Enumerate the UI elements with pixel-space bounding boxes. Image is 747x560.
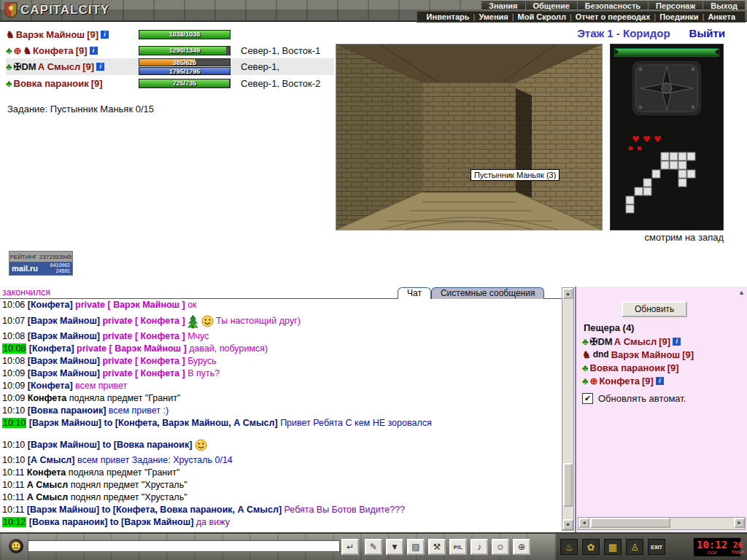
chat-message: 10:11 [Варэк Майнош] to [Конфета, Вовка … bbox=[2, 504, 560, 516]
stamp-icon[interactable]: ✎ bbox=[365, 539, 382, 555]
chat-message: 10:11 А Смысл поднял предмет "Хрусталь" bbox=[2, 479, 560, 491]
minimap-grid[interactable]: ♥♥♥ bbox=[613, 120, 721, 222]
chat-name[interactable]: [Конфета] bbox=[28, 381, 73, 391]
menu-item-5[interactable]: Поединки bbox=[656, 12, 702, 22]
chat-text: private [ Варэк Майнош ] bbox=[75, 300, 185, 310]
player-name[interactable]: Конфета bbox=[33, 45, 74, 56]
info-icon[interactable]: i bbox=[90, 47, 98, 55]
chat-name[interactable]: [Варэк Майнош] bbox=[28, 356, 100, 366]
info-icon[interactable]: i bbox=[656, 377, 664, 385]
menu-item-6[interactable]: Анкета bbox=[704, 12, 739, 22]
chat-name[interactable]: [Варэк Майнош] bbox=[28, 331, 100, 341]
rating-badge[interactable]: РЕЙТИНГ 2371553945 mail.ru 6410962 24591 bbox=[9, 251, 73, 276]
chat-name[interactable]: to [Конфета, Вовка параноик, А Смысл] bbox=[102, 505, 282, 515]
chat-name[interactable]: [А Смысл] bbox=[28, 455, 75, 465]
timestamp: 10:10 bbox=[2, 405, 25, 416]
smiley-icon bbox=[195, 440, 207, 450]
dm-icon: ✠DM bbox=[590, 336, 613, 347]
tab-system-messages[interactable]: Системные сообщения bbox=[431, 287, 545, 299]
player-name[interactable]: Варэк Майнош bbox=[16, 29, 85, 40]
chat-name[interactable]: [Варэк Майнош] bbox=[28, 368, 100, 378]
menu-item-1[interactable]: Знания bbox=[481, 0, 525, 10]
attack-icon[interactable]: ⚒ bbox=[428, 539, 446, 555]
refresh-button[interactable]: Обновить bbox=[622, 301, 687, 317]
dungeon-view-image[interactable] bbox=[336, 44, 602, 230]
chat-text: ок bbox=[187, 300, 196, 310]
chat-text: давай, побуримся) bbox=[189, 343, 268, 354]
player-name[interactable]: А Смысл bbox=[614, 336, 657, 347]
chat-scrollbar[interactable]: ▲ ▼ bbox=[562, 287, 574, 531]
menu-item-1[interactable]: Инвентарь bbox=[423, 12, 473, 22]
timestamp: 10:10 bbox=[2, 455, 25, 465]
chat-name[interactable]: [Варэк Майнош] bbox=[29, 418, 101, 428]
room-player-row: ♞dndВарэк Майнош[9] bbox=[582, 348, 694, 361]
sound-icon[interactable]: ♪ bbox=[471, 539, 488, 555]
timestamp: 10:08 bbox=[2, 356, 25, 366]
menu-item-5[interactable]: Выход bbox=[703, 0, 746, 10]
figure-icon[interactable]: ♙ bbox=[626, 539, 643, 555]
exit-link[interactable]: Выйти bbox=[689, 27, 725, 39]
send-message-icon[interactable]: ↵ bbox=[341, 539, 359, 555]
menu-item-4[interactable]: Персонаж bbox=[648, 0, 703, 10]
room-horizontal-scrollbar[interactable]: ◄ ► bbox=[578, 517, 746, 530]
info-icon[interactable]: i bbox=[96, 63, 104, 71]
paint-icon[interactable]: ✿ bbox=[582, 539, 600, 555]
player-location: Север-1, Восток-1 bbox=[241, 45, 320, 56]
chat-name[interactable]: [Варэк Майнош] bbox=[28, 440, 100, 450]
smiley-chip-icon[interactable]: ☺ bbox=[492, 539, 509, 555]
menu-item-2[interactable]: Общение bbox=[525, 0, 578, 10]
timestamp: 10:10 bbox=[2, 440, 25, 450]
player-name[interactable]: Конфета bbox=[599, 376, 640, 386]
chat-name[interactable]: [Варэк Майнош] bbox=[27, 505, 99, 515]
chest-icon[interactable]: ▦ bbox=[604, 539, 622, 555]
panel-scroll-up-icon[interactable]: ▲ bbox=[738, 289, 745, 296]
scroll-left-icon[interactable]: ◄ bbox=[578, 518, 589, 528]
info-icon[interactable]: i bbox=[101, 31, 109, 39]
minimap[interactable]: ♥♥♥ bbox=[610, 44, 724, 230]
scroll-right-icon[interactable]: ► bbox=[734, 518, 745, 528]
chat-message: 10:11 Конфета подняла предмет "Гранит" bbox=[2, 467, 560, 479]
chat-name[interactable]: [Конфета] bbox=[29, 343, 74, 354]
player-level: [9] bbox=[87, 29, 98, 40]
timestamp: 10:06 bbox=[2, 300, 25, 310]
menu-item-3[interactable]: Мой Скролл bbox=[514, 12, 570, 22]
tab-chat[interactable]: Чат bbox=[398, 287, 431, 299]
emoticons-button[interactable] bbox=[9, 539, 23, 553]
player-name[interactable]: Варэк Майнош bbox=[611, 349, 681, 360]
scroll-up-icon[interactable]: ▲ bbox=[562, 288, 573, 299]
player-name[interactable]: Вовка параноик bbox=[590, 362, 665, 373]
globe-icon[interactable]: ⊕ bbox=[513, 539, 530, 555]
menu-item-3[interactable]: Безопасность bbox=[577, 0, 649, 10]
chat-name[interactable]: to [Варэк Майнош] bbox=[110, 517, 193, 527]
chat-name[interactable]: to [Вовка параноик] bbox=[102, 440, 192, 450]
player-name[interactable]: А Смысл bbox=[38, 61, 81, 72]
dungeon-view[interactable]: Пустынник Маньяк (3) bbox=[336, 44, 603, 230]
mug-icon[interactable]: ♨ bbox=[560, 539, 578, 555]
exit-icon[interactable]: EXIT bbox=[648, 539, 665, 555]
chat-text: Конфета bbox=[28, 393, 66, 403]
menu-item-4[interactable]: Отчет о переводах bbox=[572, 12, 654, 22]
chat-name[interactable]: [Конфета] bbox=[28, 300, 73, 310]
room-player-row: ♣✠DMА Смысл[9]i bbox=[582, 335, 694, 348]
scroll-down-icon[interactable]: ▼ bbox=[562, 519, 573, 530]
svg-text:♥: ♥ bbox=[632, 134, 640, 144]
rating-number: 2371553945 bbox=[39, 254, 72, 260]
chat-name[interactable]: to [Конфета, Варэк Майнош, А Смысл] bbox=[104, 418, 277, 428]
bar-value: 1038/1038 bbox=[139, 31, 230, 39]
rating-label: РЕЙТИНГ bbox=[10, 254, 37, 260]
scroll-thumb[interactable] bbox=[590, 518, 670, 528]
save-icon[interactable]: ▤ bbox=[407, 539, 425, 555]
chat-name[interactable]: [Варэк Майнош] bbox=[28, 316, 100, 326]
chat-input[interactable] bbox=[28, 540, 340, 552]
scroll-thumb[interactable] bbox=[563, 463, 573, 507]
logo[interactable]: CAPITALCITY bbox=[4, 2, 109, 18]
chat-name[interactable]: [Вовка параноик] bbox=[29, 517, 108, 527]
chat-name[interactable]: [Вовка параноик] bbox=[28, 405, 107, 416]
menu-item-2[interactable]: Умения bbox=[475, 12, 511, 22]
pl-icon[interactable]: P/L bbox=[449, 539, 467, 555]
player-name[interactable]: Вовка параноик bbox=[14, 78, 89, 89]
auto-refresh-checkbox[interactable]: ✔ bbox=[582, 393, 593, 404]
filter-icon[interactable]: ▼ bbox=[386, 539, 403, 555]
jester-icon: ♣ bbox=[582, 376, 589, 386]
info-icon[interactable]: i bbox=[673, 338, 681, 346]
